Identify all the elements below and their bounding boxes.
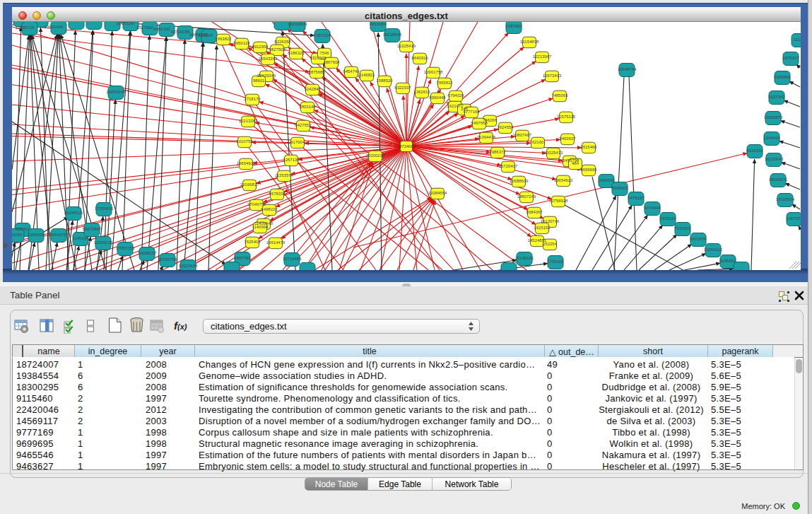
svg-text:10807487: 10807487 bbox=[513, 133, 532, 137]
svg-text:10654112: 10654112 bbox=[704, 247, 723, 252]
svg-text:16210643: 16210643 bbox=[765, 157, 784, 161]
svg-text:1575107: 1575107 bbox=[782, 56, 799, 60]
svg-text:1145194: 1145194 bbox=[73, 236, 90, 240]
svg-text:484: 484 bbox=[572, 161, 579, 165]
svg-text:10961758: 10961758 bbox=[424, 70, 443, 74]
svg-text:90975867: 90975867 bbox=[83, 227, 102, 231]
svg-text:8226058: 8226058 bbox=[274, 40, 291, 44]
svg-text:2935114: 2935114 bbox=[660, 216, 677, 221]
svg-text:19384554: 19384554 bbox=[428, 191, 447, 195]
svg-text:17957253: 17957253 bbox=[116, 246, 135, 250]
svg-text:6479197: 6479197 bbox=[628, 196, 645, 200]
svg-text:6466160: 6466160 bbox=[153, 27, 170, 31]
svg-text:10025433: 10025433 bbox=[544, 151, 563, 155]
svg-text:2803144: 2803144 bbox=[299, 105, 316, 109]
svg-text:1010755: 1010755 bbox=[236, 139, 253, 144]
svg-text:8938923: 8938923 bbox=[611, 186, 628, 190]
svg-text:25300203: 25300203 bbox=[366, 153, 385, 158]
svg-text:1156829: 1156829 bbox=[28, 233, 45, 237]
svg-text:12975115: 12975115 bbox=[557, 115, 576, 119]
svg-text:15720407: 15720407 bbox=[499, 164, 518, 168]
svg-text:12093873: 12093873 bbox=[764, 115, 783, 119]
svg-text:15136141: 15136141 bbox=[515, 256, 534, 260]
svg-text:1640935: 1640935 bbox=[598, 178, 615, 182]
svg-text:16154838: 16154838 bbox=[520, 40, 539, 44]
svg-text:18807249: 18807249 bbox=[517, 194, 536, 199]
svg-text:10719155: 10719155 bbox=[171, 30, 190, 34]
svg-text:19218506: 19218506 bbox=[383, 33, 402, 37]
svg-text:8678334: 8678334 bbox=[269, 192, 286, 196]
svg-text:835061: 835061 bbox=[16, 227, 30, 231]
svg-text:7663822: 7663822 bbox=[215, 37, 232, 41]
svg-text:7546: 7546 bbox=[319, 51, 329, 55]
svg-text:16120746: 16120746 bbox=[541, 219, 560, 223]
svg-text:9777169: 9777169 bbox=[463, 110, 480, 114]
svg-text:252254: 252254 bbox=[543, 242, 558, 246]
svg-text:9857791: 9857791 bbox=[234, 256, 251, 260]
svg-text:10958107: 10958107 bbox=[138, 251, 157, 255]
svg-text:7357224: 7357224 bbox=[314, 33, 331, 37]
svg-text:20053346: 20053346 bbox=[107, 90, 126, 94]
svg-text:8813054: 8813054 bbox=[370, 22, 387, 26]
svg-text:16914479: 16914479 bbox=[266, 240, 286, 245]
svg-text:7986372: 7986372 bbox=[489, 150, 506, 154]
svg-text:7632621: 7632621 bbox=[674, 226, 691, 230]
svg-text:1167533: 1167533 bbox=[787, 216, 801, 221]
svg-text:1527602: 1527602 bbox=[136, 25, 153, 30]
svg-text:17016504: 17016504 bbox=[776, 197, 795, 201]
svg-text:14055724: 14055724 bbox=[16, 25, 35, 30]
svg-text:11353594: 11353594 bbox=[275, 173, 294, 177]
svg-text:10973493: 10973493 bbox=[543, 74, 562, 78]
svg-text:3624554: 3624554 bbox=[497, 125, 514, 129]
svg-text:10653267: 10653267 bbox=[117, 22, 136, 25]
svg-text:8427552: 8427552 bbox=[295, 123, 312, 127]
svg-text:8215933: 8215933 bbox=[746, 148, 763, 153]
svg-text:6498222: 6498222 bbox=[261, 207, 278, 211]
svg-text:8186323: 8186323 bbox=[288, 51, 305, 55]
svg-text:8454749: 8454749 bbox=[343, 69, 360, 74]
svg-text:12942757: 12942757 bbox=[49, 233, 69, 237]
svg-text:16782759: 16782759 bbox=[158, 257, 177, 262]
svg-text:9699695: 9699695 bbox=[580, 168, 597, 172]
svg-text:1588520: 1588520 bbox=[376, 78, 393, 83]
svg-text:1733426: 1733426 bbox=[547, 259, 564, 264]
svg-text:1244415: 1244415 bbox=[763, 136, 780, 140]
svg-text:2087682: 2087682 bbox=[505, 24, 522, 28]
svg-text:2718170: 2718170 bbox=[244, 97, 261, 101]
svg-text:9227342: 9227342 bbox=[768, 95, 785, 99]
svg-text:98901: 98901 bbox=[253, 78, 265, 83]
svg-text:10756928: 10756928 bbox=[549, 199, 568, 203]
svg-text:6794028: 6794028 bbox=[447, 93, 464, 98]
svg-text:18724007: 18724007 bbox=[397, 144, 416, 148]
svg-text:9242848: 9242848 bbox=[304, 87, 321, 91]
svg-text:11124: 11124 bbox=[794, 37, 801, 42]
svg-text:19654925: 19654925 bbox=[237, 161, 256, 165]
svg-text:9329966: 9329966 bbox=[774, 75, 791, 79]
svg-text:10688609: 10688609 bbox=[510, 179, 529, 183]
svg-text:16543382: 16543382 bbox=[259, 57, 278, 61]
svg-text:12213383: 12213383 bbox=[239, 119, 258, 123]
svg-text:8960124: 8960124 bbox=[233, 41, 250, 45]
svg-text:1615152: 1615152 bbox=[534, 226, 551, 230]
svg-text:7515524: 7515524 bbox=[196, 33, 213, 37]
svg-text:15692971: 15692971 bbox=[769, 177, 788, 182]
svg-text:8640910: 8640910 bbox=[411, 56, 428, 60]
svg-text:19654923: 19654923 bbox=[554, 178, 573, 182]
svg-text:5322037: 5322037 bbox=[394, 86, 411, 90]
svg-text:1362615: 1362615 bbox=[413, 90, 430, 94]
svg-text:9474444: 9474444 bbox=[644, 206, 661, 210]
svg-text:11325419: 11325419 bbox=[397, 44, 416, 48]
svg-text:20691406: 20691406 bbox=[45, 25, 64, 29]
svg-text:22420046: 22420046 bbox=[257, 74, 276, 78]
svg-text:16033809: 16033809 bbox=[288, 22, 307, 26]
svg-text:8912954: 8912954 bbox=[252, 45, 269, 49]
svg-text:7485063: 7485063 bbox=[551, 93, 568, 98]
svg-text:17359936: 17359936 bbox=[95, 206, 114, 211]
svg-text:9515460: 9515460 bbox=[580, 145, 597, 149]
svg-text:21364436: 21364436 bbox=[477, 135, 496, 139]
svg-text:3267130: 3267130 bbox=[283, 158, 300, 162]
svg-text:19166827: 19166827 bbox=[240, 182, 259, 187]
svg-text:15716485: 15716485 bbox=[283, 257, 302, 261]
svg-text:16648764: 16648764 bbox=[618, 67, 637, 71]
svg-text:7625402: 7625402 bbox=[244, 240, 261, 244]
